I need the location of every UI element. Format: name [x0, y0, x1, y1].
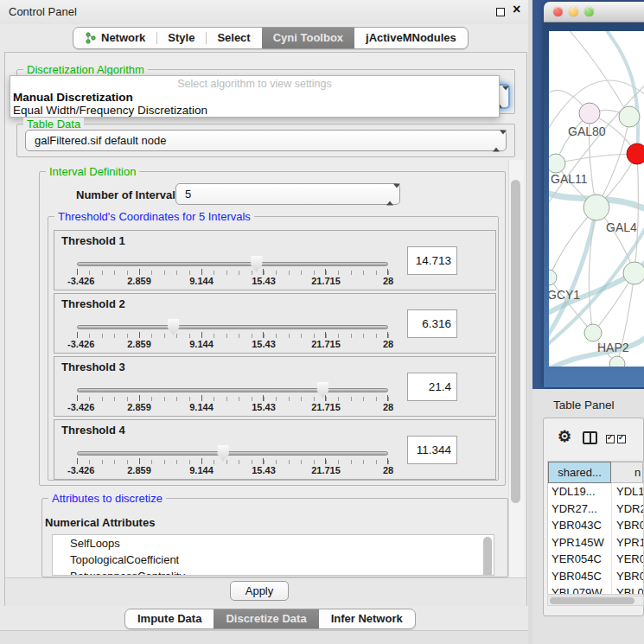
- slider-track[interactable]: [77, 451, 388, 456]
- algorithm-option-manual[interactable]: Manual Discretization: [13, 91, 133, 104]
- table-data-combobox-value: galFiltered.sif default node: [35, 134, 166, 147]
- node-gal11[interactable]: [549, 154, 565, 173]
- tab-select[interactable]: Select: [206, 28, 261, 48]
- threshold-4-label: Threshold 4: [61, 424, 125, 437]
- discretization-algorithm-group-title: Discretization Algorithm: [23, 63, 148, 76]
- threshold-3-value-field[interactable]: 21.4: [407, 373, 457, 401]
- threshold-4-value-field[interactable]: 11.344: [407, 436, 457, 464]
- table-row[interactable]: YDR27...YDR2: [548, 501, 643, 518]
- list-item[interactable]: TopologicalCoefficient: [53, 552, 494, 568]
- checkbox-icon[interactable]: [617, 435, 626, 443]
- slider-track[interactable]: [77, 262, 388, 266]
- tab-discretize-data[interactable]: Discretize Data: [214, 609, 318, 628]
- node-table[interactable]: shared... n YDL19...YDL1 YDR27...YDR2 YB…: [547, 461, 644, 595]
- threshold-4-box: Threshold 4 -3.426 2.859 9.144 15.43 21.…: [54, 419, 496, 480]
- table-row[interactable]: YBL079WYBL0: [548, 584, 643, 595]
- tab-style[interactable]: Style: [156, 28, 206, 48]
- node-gal4[interactable]: [583, 194, 609, 220]
- zoom-traffic-icon[interactable]: [584, 7, 594, 16]
- list-item[interactable]: BetweennessCentrality: [53, 568, 494, 576]
- network-graph: GAL80 GAL11 GAL4 GCY1 HAP2 H G C: [549, 31, 644, 367]
- number-of-intervals-value: 5: [185, 188, 191, 201]
- tab-jactivemnodules[interactable]: jActiveMNodules: [354, 28, 468, 48]
- threshold-1-label: Threshold 1: [61, 234, 125, 247]
- slider-track[interactable]: [77, 388, 388, 392]
- tab-network-label: Network: [101, 28, 145, 48]
- algorithm-dropdown-popup: Select algorithm to view settings Manual…: [10, 75, 500, 118]
- threshold-1-slider[interactable]: -3.426 2.859 9.144 15.43 21.715 28: [77, 255, 388, 286]
- tab-infer-network[interactable]: Infer Network: [319, 609, 415, 628]
- node-label: GCY1: [549, 288, 580, 302]
- threshold-2-slider[interactable]: -3.426 2.859 9.144 15.43 21.715 28: [77, 318, 388, 349]
- node-gcy1[interactable]: [549, 270, 557, 285]
- table-row[interactable]: YBR043CYBR0: [548, 517, 643, 534]
- numerical-attributes-label: Numerical Attributes: [45, 516, 155, 529]
- table-panel-title: Table Panel: [553, 399, 615, 411]
- node-h[interactable]: [623, 262, 644, 284]
- control-panel-titlebar: [0, 0, 529, 24]
- threshold-1-value-field[interactable]: 14.713: [407, 246, 457, 275]
- column-header-shared-name[interactable]: shared...: [548, 462, 611, 483]
- cyni-bottom-tabbar: Impute Data Discretize Data Infer Networ…: [124, 609, 416, 629]
- threshold-3-box: Threshold 3 -3.426 2.859 9.144 15.43 21.…: [54, 356, 496, 417]
- close-traffic-icon[interactable]: [553, 7, 563, 16]
- column-header-name[interactable]: n: [611, 462, 643, 483]
- attributes-group-title: Attributes to discretize: [48, 492, 166, 505]
- threshold-1-box: Threshold 1 -3.426 2.859 9.144 15.43 21.…: [54, 230, 496, 290]
- numerical-attributes-list[interactable]: SelfLoops TopologicalCoefficient Between…: [52, 534, 494, 576]
- threshold-2-value-field[interactable]: 6.316: [407, 309, 457, 338]
- panel-scrollbar-thumb[interactable]: [511, 180, 520, 503]
- table-hscrollbar-thumb[interactable]: [550, 597, 634, 604]
- table-row[interactable]: YPR145WYPR1: [548, 534, 643, 552]
- interval-definition-group-title: Interval Definition: [46, 165, 139, 178]
- algorithm-option-equal-width[interactable]: Equal Width/Frequency Discretization: [13, 104, 207, 117]
- control-panel-tabbar: Network Style Select Cyni Toolbox jActiv…: [73, 27, 469, 49]
- gear-icon[interactable]: ⚙: [558, 427, 571, 446]
- node-top-right[interactable]: [619, 106, 640, 127]
- tab-network[interactable]: Network: [73, 28, 156, 48]
- table-data-combobox[interactable]: galFiltered.sif default node: [25, 130, 507, 151]
- threshold-3-label: Threshold 3: [61, 360, 125, 373]
- combobox-stepper-icon: [493, 134, 501, 147]
- threshold-2-box: Threshold 2 -3.426 2.859 9.144 15.43 21.…: [54, 293, 496, 354]
- minimize-traffic-icon[interactable]: [569, 7, 578, 16]
- table-header-row: shared... n: [548, 462, 643, 483]
- network-window-titlebar[interactable]: [544, 2, 644, 22]
- threshold-2-label: Threshold 2: [61, 297, 125, 310]
- table-row[interactable]: YDL19...YDL1: [548, 483, 643, 501]
- screen: Control Panel × Network Style Select Cyn…: [0, 0, 644, 644]
- table-row[interactable]: YBR045CYBR0: [548, 568, 643, 585]
- bottom-strip: [0, 630, 529, 644]
- close-icon[interactable]: ×: [513, 2, 520, 17]
- table-row[interactable]: YER054CYER0: [548, 551, 643, 568]
- node-hap2[interactable]: [584, 324, 602, 341]
- algorithm-popup-hint: Select algorithm to view settings: [10, 78, 499, 90]
- threshold-4-slider[interactable]: -3.426 2.859 9.144 15.43 21.715 28: [77, 444, 388, 475]
- number-of-intervals-combobox[interactable]: 5: [175, 183, 400, 205]
- slider-track[interactable]: [77, 325, 388, 329]
- node-selected-red[interactable]: [627, 143, 644, 164]
- node-label: GAL11: [551, 172, 588, 186]
- threshold-3-slider[interactable]: -3.426 2.859 9.144 15.43 21.715 28: [77, 381, 388, 412]
- apply-button[interactable]: Apply: [230, 581, 289, 601]
- list-scrollbar-thumb[interactable]: [483, 537, 492, 576]
- network-canvas[interactable]: GAL80 GAL11 GAL4 GCY1 HAP2 H G C: [549, 31, 644, 367]
- node-label: GAL4: [606, 220, 637, 234]
- thresholds-group-title: Threshold's Coordinates for 5 Intervals: [54, 210, 254, 223]
- network-icon: [85, 32, 97, 44]
- control-panel-title: Control Panel: [9, 5, 77, 18]
- tab-impute-data[interactable]: Impute Data: [125, 609, 214, 628]
- tab-cyni-toolbox[interactable]: Cyni Toolbox: [262, 28, 354, 48]
- network-view-window[interactable]: GAL80 GAL11 GAL4 GCY1 HAP2 H G C: [544, 2, 644, 387]
- table-data-group-title: Table Data: [23, 118, 84, 131]
- number-of-intervals-label: Number of Intervals: [76, 188, 182, 201]
- split-columns-icon[interactable]: [583, 431, 597, 444]
- node-label: GAL80: [568, 124, 606, 138]
- float-window-icon[interactable]: [496, 8, 505, 16]
- checkbox-icon[interactable]: [606, 435, 615, 443]
- node-label: HAP2: [597, 341, 629, 354]
- node-gal80[interactable]: [579, 103, 600, 124]
- list-item[interactable]: SelfLoops: [53, 535, 494, 552]
- combobox-stepper-icon: [386, 188, 394, 201]
